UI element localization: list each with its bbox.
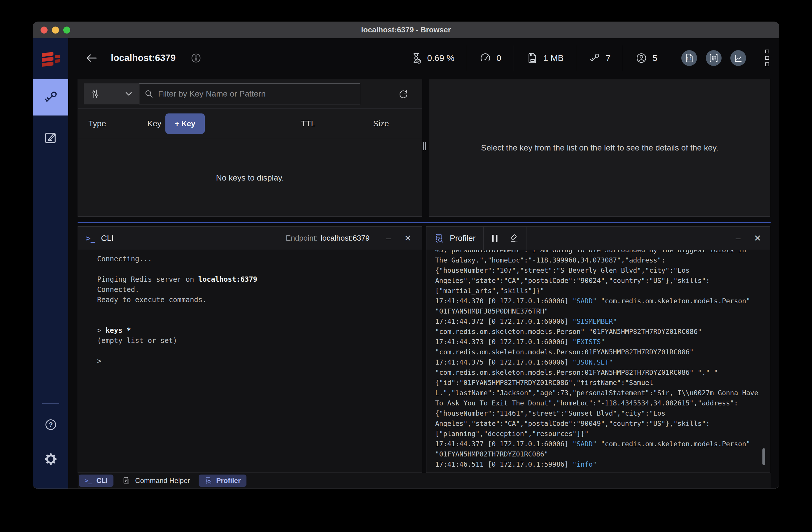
cli-line [97, 305, 422, 315]
stat-clients: 5 [623, 52, 670, 64]
keys-value: 7 [606, 53, 611, 63]
stat-keys: 7 [576, 52, 623, 64]
add-key-button[interactable]: + Key [165, 113, 205, 134]
cli-line: Connected. [97, 285, 422, 295]
command-helper-label: Command Helper [135, 477, 190, 485]
profiler-scrollbar[interactable] [763, 448, 765, 465]
cli-close-button[interactable]: ✕ [404, 234, 411, 243]
filter-sliders-icon [91, 89, 100, 99]
cli-toggle-label: CLI [97, 477, 108, 485]
minimize-window-button[interactable] [52, 27, 59, 33]
sidebar-item-browser[interactable] [33, 79, 68, 115]
sidebar-item-help[interactable]: ? [43, 417, 58, 433]
chevron-down-icon [125, 91, 132, 96]
command-helper-toggle-button[interactable]: Command Helper [122, 476, 190, 485]
zoom-window-button[interactable] [63, 27, 70, 33]
pause-icon [491, 234, 499, 243]
hourglass-icon [410, 52, 422, 64]
profiler-close-button[interactable]: ✕ [754, 234, 761, 243]
profiler-icon [204, 477, 212, 485]
no-keys-message: No keys to display. [78, 139, 422, 216]
column-ttl: TTL [301, 119, 316, 128]
endpoint-label: Endpoint: [286, 234, 318, 242]
profiler-line: {"id":"01FYAN5HMP82TH7RDYZ01RC086","firs… [435, 378, 764, 388]
json-view-button[interactable]: {;} [681, 50, 697, 66]
cli-line: Connecting... [97, 254, 422, 264]
matrix-icon [709, 53, 719, 63]
cli-header: >_ CLI Endpoint:localhost:6379 – ✕ [78, 227, 422, 250]
profiler-title-group: Profiler [426, 227, 483, 250]
cli-output[interactable]: Connecting... Pinging Redis server on lo… [78, 250, 422, 473]
key-icon [43, 89, 59, 105]
bottom-toolbar: >_ CLI Command Helper [77, 473, 771, 488]
chart-icon [734, 53, 743, 63]
database-name: localhost:6379 [111, 53, 176, 63]
sidebar-item-settings[interactable] [43, 452, 58, 468]
profiler-line: 17:41:44.370 [0 172.17.0.1:60006] "SADD"… [435, 296, 764, 306]
column-key: Key [147, 119, 161, 128]
profiler-icon [434, 233, 444, 244]
profiler-minimize-button[interactable]: – [736, 234, 741, 243]
back-arrow-icon [86, 53, 98, 63]
eraser-icon [509, 233, 519, 243]
more-menu-button[interactable] [765, 49, 769, 66]
key-type-filter-dropdown[interactable] [84, 83, 139, 104]
app-window: localhost:6379 - Browser [33, 21, 779, 489]
pause-button[interactable] [491, 234, 499, 243]
profiler-line: 17:41:46.511 [0 172.17.0.1:59986] "info" [435, 459, 764, 470]
command-palette-button[interactable] [706, 50, 722, 66]
sidebar-item-workbench[interactable] [33, 119, 68, 156]
profiler-log[interactable]: 43,"personalStatement":"I Am Going To Di… [426, 250, 770, 473]
endpoint-value: localhost:6379 [321, 234, 369, 242]
analytics-button[interactable] [730, 50, 746, 66]
cli-minimize-button[interactable]: – [386, 234, 391, 243]
window-controls [41, 22, 70, 38]
panel-resize-handle[interactable] [423, 142, 426, 150]
profiler-line: 17:41:44.377 [0 172.17.0.1:60006] "SADD"… [435, 439, 764, 449]
terminal-icon: >_ [86, 234, 95, 243]
profiler-toggle-button[interactable]: Profiler [199, 475, 246, 487]
profiler-line: 17:41:44.373 [0 172.17.0.1:60006] "EXIST… [435, 337, 764, 347]
cli-toggle-button[interactable]: >_ CLI [79, 475, 114, 487]
gear-icon [43, 452, 58, 466]
close-window-button[interactable] [41, 27, 47, 33]
info-icon[interactable] [190, 52, 202, 64]
profiler-line: "01FYAN5HMDFJ85P0DHNE376TRH" [435, 306, 764, 316]
profiler-line: L.","lastName":"Jackson","age":73,"perso… [435, 388, 764, 398]
key-count-icon [589, 52, 601, 64]
cli-line [97, 346, 422, 356]
profiler-title: Profiler [450, 234, 476, 243]
dock-divider[interactable] [77, 222, 771, 223]
titlebar: localhost:6379 - Browser [33, 22, 779, 38]
svg-text:{;}: {;} [686, 57, 692, 60]
profiler-line: 17:41:44.372 [0 172.17.0.1:60006] "SISME… [435, 316, 764, 327]
refresh-keys-button[interactable] [398, 89, 409, 99]
profiler-tools [483, 227, 526, 250]
cli-line: > [97, 356, 422, 366]
database-header: localhost:6379 [68, 38, 779, 77]
terminal-icon: >_ [85, 477, 92, 484]
clients-value: 5 [652, 53, 657, 63]
cpu-value: 0.69 % [427, 53, 454, 63]
keys-table-header: Type Key + Key TTL Size [78, 109, 422, 139]
profiler-line: 43,"personalStatement":"I Am Going To Di… [435, 250, 764, 255]
memory-value: 1 MB [543, 53, 564, 63]
redis-logo-icon [40, 48, 61, 70]
cli-panel: >_ CLI Endpoint:localhost:6379 – ✕ Conne… [77, 226, 422, 473]
sidebar: ? [33, 38, 68, 489]
stat-commands: 0 [467, 52, 513, 64]
window-title: localhost:6379 - Browser [33, 25, 779, 34]
profiler-line: ["planning","deception","resources"]}" [435, 429, 764, 439]
back-button[interactable] [86, 53, 98, 63]
column-type: Type [88, 119, 106, 128]
profiler-line: To Ask You To Exit The Donut","homeLoc":… [435, 398, 764, 408]
profiler-header: Profiler [426, 227, 770, 250]
stat-cpu: 0.69 % [398, 52, 467, 64]
users-icon [635, 52, 648, 64]
clear-button[interactable] [509, 233, 519, 243]
profiler-line: 17:41:44.375 [0 172.17.0.1:60006] "JSON.… [435, 357, 764, 368]
document-icon [122, 476, 131, 485]
profiler-line: "com.redis.om.skeleton.models.Person" "0… [435, 327, 764, 337]
cli-endpoint: Endpoint:localhost:6379 [286, 234, 370, 243]
key-search-input[interactable]: Filter by Key Name or Pattern [139, 83, 360, 104]
